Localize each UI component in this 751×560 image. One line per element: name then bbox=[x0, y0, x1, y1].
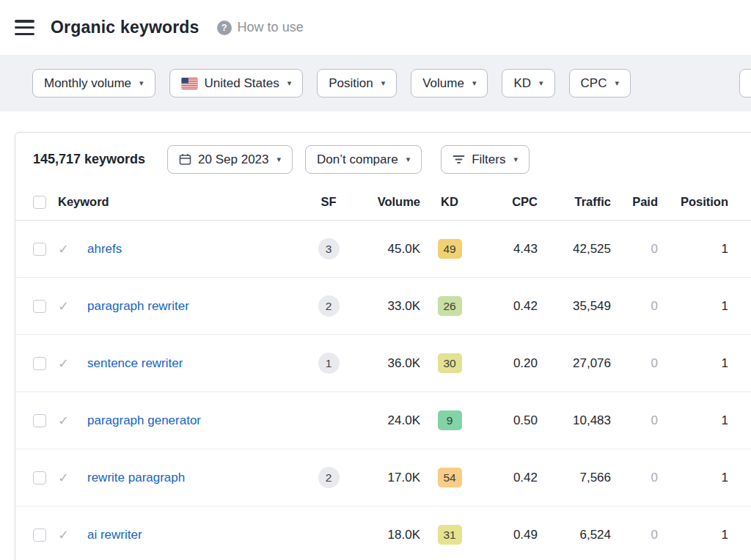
filter-button-label: Monthly volume bbox=[44, 76, 131, 91]
keyword-link[interactable]: ai rewriter bbox=[87, 528, 142, 542]
check-icon: ✓ bbox=[58, 298, 69, 314]
row-checkbox[interactable] bbox=[33, 357, 46, 370]
column-header-position[interactable]: Position bbox=[681, 195, 728, 209]
cpc-cell: 0.50 bbox=[513, 413, 538, 428]
paid-cell: 0 bbox=[651, 242, 658, 257]
filter-button-label: United States bbox=[205, 76, 279, 91]
keyword-link[interactable]: paragraph rewriter bbox=[87, 299, 189, 313]
position-cell: 1 bbox=[722, 299, 728, 314]
row-checkbox[interactable] bbox=[33, 528, 46, 542]
filter-button-united-states[interactable]: United States ▾ bbox=[169, 69, 304, 97]
row-checkbox[interactable] bbox=[33, 243, 46, 256]
check-icon: ✓ bbox=[58, 241, 69, 257]
column-header-kd[interactable]: KD bbox=[441, 195, 458, 209]
paid-cell: 0 bbox=[651, 413, 658, 428]
table-header-row: Keyword SF Volume KD CPC Traffic Paid Po… bbox=[15, 184, 751, 221]
paid-cell: 0 bbox=[651, 356, 658, 371]
filter-button-monthly-volume[interactable]: Monthly volume ▾ bbox=[32, 69, 155, 97]
filter-button-volume[interactable]: Volume ▾ bbox=[411, 69, 488, 97]
volume-cell: 18.0K bbox=[388, 528, 420, 542]
column-header-paid[interactable]: Paid bbox=[632, 195, 658, 209]
how-to-use-label: How to use bbox=[238, 20, 304, 35]
keyword-link[interactable]: sentence rewriter bbox=[87, 356, 183, 370]
filters-label: Filters bbox=[472, 152, 505, 167]
sf-badge: 2 bbox=[318, 467, 340, 488]
position-cell: 1 bbox=[722, 356, 728, 371]
position-cell: 1 bbox=[722, 242, 728, 257]
traffic-cell: 6,524 bbox=[579, 528, 611, 542]
us-flag-icon bbox=[181, 78, 198, 89]
filter-bar: Monthly volume ▾ United States ▾ Positio… bbox=[0, 55, 751, 111]
menu-button[interactable] bbox=[15, 20, 34, 35]
cpc-cell: 0.42 bbox=[513, 471, 538, 485]
chevron-down-icon: ▾ bbox=[406, 155, 411, 163]
filters-button[interactable]: Filters ▾ bbox=[441, 145, 530, 174]
filter-button-label: KD bbox=[513, 76, 531, 91]
filter-button-partial[interactable] bbox=[739, 69, 751, 97]
row-checkbox[interactable] bbox=[33, 471, 46, 485]
check-icon: ✓ bbox=[58, 355, 69, 372]
top-bar: Organic keywords ? How to use bbox=[0, 0, 751, 55]
select-all-checkbox[interactable] bbox=[33, 196, 46, 209]
volume-cell: 36.0K bbox=[388, 356, 420, 371]
chevron-down-icon: ▾ bbox=[381, 79, 386, 87]
sf-badge: 3 bbox=[318, 238, 340, 259]
calendar-icon bbox=[179, 153, 191, 166]
compare-label: Don’t compare bbox=[317, 152, 398, 167]
traffic-cell: 42,525 bbox=[573, 242, 611, 257]
kd-badge: 30 bbox=[438, 353, 462, 373]
chevron-down-icon: ▾ bbox=[139, 79, 144, 87]
filter-button-cpc[interactable]: CPC ▾ bbox=[569, 69, 631, 97]
traffic-cell: 10,483 bbox=[573, 413, 611, 428]
row-checkbox[interactable] bbox=[33, 300, 46, 313]
date-picker-button[interactable]: 20 Sep 2023 ▾ bbox=[167, 145, 293, 174]
paid-cell: 0 bbox=[651, 528, 658, 542]
keyword-link[interactable]: rewrite paragraph bbox=[87, 471, 185, 485]
traffic-cell: 7,566 bbox=[579, 471, 611, 485]
kd-badge: 9 bbox=[438, 410, 462, 430]
sf-badge: 1 bbox=[318, 353, 340, 374]
table-row: ✓ paragraph rewriter 2 33.0K 26 0.42 35,… bbox=[15, 278, 751, 335]
filter-button-label: CPC bbox=[581, 76, 607, 91]
chevron-down-icon: ▾ bbox=[277, 155, 282, 163]
position-cell: 1 bbox=[722, 528, 728, 542]
filter-button-label: Volume bbox=[422, 76, 464, 91]
column-header-sf[interactable]: SF bbox=[320, 195, 336, 209]
table-row: ✓ sentence rewriter 1 36.0K 30 0.20 27,0… bbox=[15, 335, 751, 392]
kd-badge: 49 bbox=[438, 239, 462, 259]
column-header-keyword[interactable]: Keyword bbox=[58, 195, 109, 209]
column-header-traffic[interactable]: Traffic bbox=[574, 195, 611, 209]
volume-cell: 24.0K bbox=[388, 413, 420, 428]
position-cell: 1 bbox=[722, 413, 728, 428]
volume-cell: 45.0K bbox=[388, 242, 420, 257]
how-to-use-link[interactable]: ? How to use bbox=[217, 20, 304, 35]
filter-button-kd[interactable]: KD ▾ bbox=[502, 69, 554, 97]
traffic-cell: 35,549 bbox=[573, 299, 611, 314]
keyword-link[interactable]: paragraph generator bbox=[87, 413, 201, 427]
kd-badge: 26 bbox=[438, 296, 462, 316]
table-body: ✓ ahrefs 3 45.0K 49 4.43 42,525 0 1 ✓ pa… bbox=[15, 221, 751, 560]
keyword-link[interactable]: ahrefs bbox=[87, 242, 122, 256]
chevron-down-icon: ▾ bbox=[615, 79, 620, 87]
row-checkbox[interactable] bbox=[33, 414, 46, 427]
check-icon: ✓ bbox=[58, 470, 69, 486]
cpc-cell: 0.42 bbox=[513, 299, 538, 314]
filter-button-position[interactable]: Position ▾ bbox=[317, 69, 397, 97]
position-cell: 1 bbox=[722, 471, 728, 485]
traffic-cell: 27,076 bbox=[573, 356, 611, 371]
column-header-volume[interactable]: Volume bbox=[378, 195, 420, 209]
column-header-cpc[interactable]: CPC bbox=[512, 195, 538, 209]
volume-cell: 33.0K bbox=[388, 299, 420, 314]
table-row: ✓ ahrefs 3 45.0K 49 4.43 42,525 0 1 bbox=[15, 221, 751, 278]
paid-cell: 0 bbox=[651, 299, 658, 314]
compare-dropdown[interactable]: Don’t compare ▾ bbox=[305, 145, 422, 174]
cpc-cell: 0.20 bbox=[513, 356, 538, 371]
table-row: ✓ ai rewriter 18.0K 31 0.49 6,524 0 1 bbox=[15, 506, 751, 560]
chevron-down-icon: ▾ bbox=[539, 79, 543, 87]
table-row: ✓ rewrite paragraph 2 17.0K 54 0.42 7,56… bbox=[15, 449, 751, 506]
chevron-down-icon: ▾ bbox=[287, 79, 292, 87]
question-icon: ? bbox=[217, 21, 232, 35]
check-icon: ✓ bbox=[58, 527, 69, 543]
sf-badge: 2 bbox=[318, 295, 340, 317]
kd-badge: 54 bbox=[438, 468, 462, 487]
